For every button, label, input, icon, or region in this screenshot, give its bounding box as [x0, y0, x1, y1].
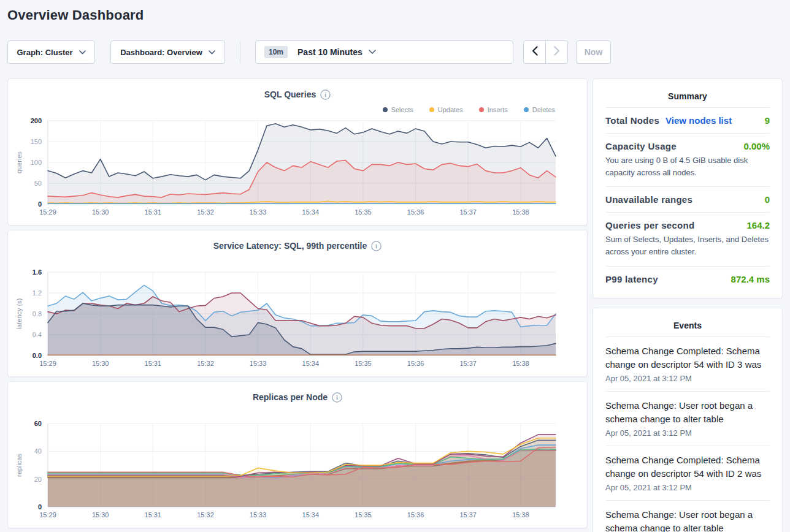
- svg-text:15:30: 15:30: [92, 360, 109, 367]
- summary-value: 164.2: [746, 220, 770, 230]
- svg-text:i: i: [324, 92, 326, 98]
- time-forward-button[interactable]: [545, 40, 568, 64]
- sql-queries-legend: Selects Updates Inserts Deletes: [383, 106, 555, 113]
- svg-text:15:35: 15:35: [355, 511, 372, 519]
- legend-item-deletes[interactable]: Deletes: [524, 106, 555, 113]
- chart-title-row: SQL Queries i: [8, 89, 587, 100]
- dashboard-main: SQL Queries i Selects Updates: [7, 78, 783, 532]
- svg-text:0.8: 0.8: [33, 310, 42, 317]
- svg-text:60: 60: [34, 420, 42, 427]
- time-range-label: Past 10 Minutes: [297, 47, 362, 57]
- svg-text:1.6: 1.6: [33, 268, 42, 276]
- summary-row-unavailable-ranges: Unavailable ranges 0: [605, 186, 770, 212]
- svg-text:15:31: 15:31: [145, 511, 162, 519]
- dashboard-controls: Graph: Cluster Dashboard: Overview 10m P…: [7, 40, 783, 64]
- summary-value: 0.00%: [743, 141, 770, 151]
- page-title: Overview Dashboard: [7, 7, 783, 23]
- svg-text:0: 0: [38, 503, 42, 511]
- time-range-selector[interactable]: 10m Past 10 Minutes: [255, 40, 513, 64]
- svg-text:15:38: 15:38: [512, 511, 529, 519]
- info-circle-icon[interactable]: i: [332, 392, 342, 403]
- time-range-badge: 10m: [264, 46, 288, 58]
- time-back-button[interactable]: [523, 40, 546, 64]
- time-step-buttons: [523, 40, 568, 64]
- svg-text:15:37: 15:37: [459, 208, 477, 216]
- chevron-right-icon: [554, 46, 560, 58]
- event-text: Schema Change Completed: Schema change o…: [605, 344, 770, 372]
- svg-text:15:32: 15:32: [197, 208, 214, 216]
- svg-text:15:36: 15:36: [407, 208, 424, 216]
- summary-row-p99-latency: P99 latency 872.4 ms: [605, 266, 770, 292]
- event-text: Schema Change: User root began a schema …: [605, 399, 770, 427]
- svg-text:0.0: 0.0: [33, 352, 42, 359]
- sql-queries-panel: SQL Queries i Selects Updates: [7, 78, 588, 226]
- charts-column: SQL Queries i Selects Updates: [7, 78, 588, 528]
- svg-text:15:32: 15:32: [197, 360, 214, 367]
- chart-title-row: Replicas per Node i: [8, 392, 587, 403]
- info-circle-icon[interactable]: i: [320, 89, 331, 100]
- dashboard-dropdown-label: Dashboard: Overview: [120, 48, 202, 57]
- svg-text:15:36: 15:36: [407, 511, 424, 519]
- legend-item-updates[interactable]: Updates: [429, 106, 463, 113]
- svg-text:0.4: 0.4: [33, 331, 42, 338]
- svg-text:15:30: 15:30: [92, 511, 109, 519]
- graph-dropdown[interactable]: Graph: Cluster: [7, 40, 95, 64]
- event-timestamp: Apr 05, 2021 at 3:12 PM: [605, 428, 770, 438]
- svg-text:15:33: 15:33: [250, 360, 267, 367]
- view-nodes-list-link[interactable]: View nodes list: [665, 115, 732, 126]
- graph-dropdown-label: Graph: Cluster: [17, 48, 72, 57]
- svg-text:15:29: 15:29: [39, 360, 56, 367]
- svg-text:15:37: 15:37: [459, 511, 477, 519]
- sidebar-column: Summary Total Nodes View nodes list 9 Ca…: [592, 78, 783, 532]
- event-list-item: Schema Change: User root began a schema …: [605, 500, 770, 532]
- legend-item-inserts[interactable]: Inserts: [479, 106, 508, 113]
- info-circle-icon[interactable]: i: [371, 241, 382, 251]
- svg-text:15:38: 15:38: [512, 360, 529, 367]
- svg-text:15:32: 15:32: [197, 511, 214, 519]
- now-button[interactable]: Now: [576, 40, 611, 64]
- summary-value: 9: [765, 115, 770, 126]
- svg-text:1.2: 1.2: [33, 289, 42, 297]
- service-latency-chart[interactable]: 0.00.40.81.21.615:2915:3015:3115:3215:33…: [8, 230, 588, 378]
- chart-title: Service Latency: SQL, 99th percentile: [213, 241, 367, 251]
- svg-text:0: 0: [38, 200, 42, 208]
- event-list-item: Schema Change Completed: Schema change o…: [605, 336, 770, 391]
- replicas-per-node-panel: Replicas per Node i 020406015:2915:3015:…: [7, 381, 588, 528]
- overview-dashboard-page: Overview Dashboard Graph: Cluster Dashbo…: [0, 7, 790, 532]
- svg-text:i: i: [375, 243, 377, 249]
- svg-text:15:30: 15:30: [92, 208, 109, 216]
- svg-text:15:36: 15:36: [407, 360, 424, 367]
- replicas-per-node-chart[interactable]: 020406015:2915:3015:3115:3215:3315:3415:…: [8, 382, 588, 529]
- svg-text:200: 200: [31, 117, 42, 124]
- summary-row-queries-per-second: Queries per second 164.2 Sum of Selects,…: [605, 212, 770, 265]
- svg-text:15:38: 15:38: [512, 208, 529, 216]
- summary-label: Unavailable ranges: [605, 194, 692, 205]
- dashboard-dropdown[interactable]: Dashboard: Overview: [110, 40, 225, 64]
- svg-text:latency (s): latency (s): [15, 298, 23, 330]
- chevron-down-icon: [369, 50, 376, 55]
- summary-row-capacity-usage: Capacity Usage 0.00% You are using 0 B o…: [605, 133, 770, 186]
- svg-text:40: 40: [34, 447, 42, 455]
- svg-text:15:33: 15:33: [250, 208, 267, 216]
- chevron-down-icon: [209, 50, 215, 55]
- summary-value: 872.4 ms: [731, 274, 770, 284]
- summary-value: 0: [765, 194, 770, 205]
- summary-label: P99 latency: [605, 274, 658, 284]
- svg-text:replicas: replicas: [15, 454, 23, 477]
- chart-title: Replicas per Node: [253, 392, 328, 402]
- svg-text:i: i: [336, 395, 338, 401]
- svg-text:15:34: 15:34: [302, 208, 320, 216]
- legend-dot: [479, 107, 484, 112]
- svg-text:queries: queries: [15, 151, 23, 173]
- sql-queries-chart[interactable]: 05010015020015:2915:3015:3115:3215:3315:…: [8, 79, 588, 226]
- summary-description: You are using 0 B of 4.5 GiB usable disk…: [605, 154, 770, 179]
- event-text: Schema Change: User root began a schema …: [605, 508, 770, 532]
- events-title: Events: [605, 317, 770, 336]
- summary-label: Capacity Usage: [605, 141, 677, 151]
- legend-item-selects[interactable]: Selects: [383, 106, 413, 113]
- controls-divider: [240, 41, 240, 63]
- svg-text:20: 20: [34, 476, 42, 483]
- svg-text:15:33: 15:33: [250, 511, 267, 519]
- chart-title-row: Service Latency: SQL, 99th percentile i: [8, 240, 587, 251]
- svg-text:50: 50: [34, 180, 42, 187]
